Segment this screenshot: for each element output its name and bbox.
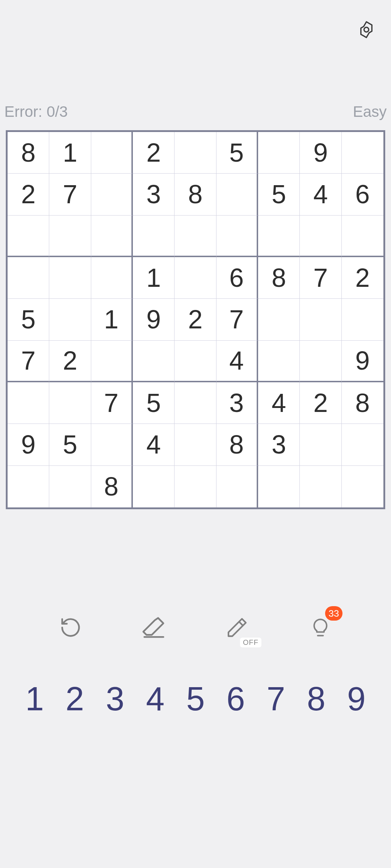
number-button-9[interactable]: 9 <box>338 680 374 718</box>
cell-2-2[interactable] <box>91 216 133 257</box>
cell-7-2[interactable] <box>91 424 133 465</box>
cell-7-1[interactable]: 5 <box>49 424 91 465</box>
cell-3-8[interactable]: 2 <box>342 257 383 299</box>
number-button-2[interactable]: 2 <box>57 680 93 718</box>
cell-3-2[interactable] <box>91 257 133 299</box>
number-button-3[interactable]: 3 <box>97 680 133 718</box>
cell-4-4[interactable]: 2 <box>175 299 216 340</box>
cell-7-8[interactable] <box>342 424 383 465</box>
settings-button[interactable] <box>357 20 376 39</box>
cell-7-5[interactable]: 8 <box>216 424 258 465</box>
cell-4-7[interactable] <box>300 299 341 340</box>
cell-0-8[interactable] <box>342 132 383 174</box>
cell-6-3[interactable]: 5 <box>133 382 175 424</box>
cell-0-3[interactable]: 2 <box>133 132 175 174</box>
cell-1-7[interactable]: 4 <box>300 174 341 215</box>
hint-button[interactable]: 33 <box>304 611 337 644</box>
undo-button[interactable] <box>54 611 87 644</box>
cell-7-4[interactable] <box>175 424 216 465</box>
cell-1-3[interactable]: 3 <box>133 174 175 215</box>
cell-6-6[interactable]: 4 <box>258 382 300 424</box>
cell-8-3[interactable] <box>133 466 175 507</box>
number-button-4[interactable]: 4 <box>137 680 173 718</box>
cell-8-6[interactable] <box>258 466 300 507</box>
cell-2-1[interactable] <box>49 216 91 257</box>
cell-8-2[interactable]: 8 <box>91 466 133 507</box>
cell-1-1[interactable]: 7 <box>49 174 91 215</box>
cell-3-4[interactable] <box>175 257 216 299</box>
pencil-button[interactable]: OFF <box>221 611 253 644</box>
cell-5-1[interactable]: 2 <box>49 341 91 382</box>
cell-3-1[interactable] <box>49 257 91 299</box>
cell-4-2[interactable]: 1 <box>91 299 133 340</box>
number-button-8[interactable]: 8 <box>298 680 334 718</box>
cell-1-0[interactable]: 2 <box>8 174 49 215</box>
cell-3-6[interactable]: 8 <box>258 257 300 299</box>
number-button-5[interactable]: 5 <box>177 680 214 718</box>
cell-6-0[interactable] <box>8 382 49 424</box>
cell-5-5[interactable]: 4 <box>216 341 258 382</box>
cell-2-7[interactable] <box>300 216 341 257</box>
cell-6-4[interactable] <box>175 382 216 424</box>
cell-4-0[interactable]: 5 <box>8 299 49 340</box>
number-button-1[interactable]: 1 <box>17 680 53 718</box>
cell-6-5[interactable]: 3 <box>216 382 258 424</box>
cell-8-1[interactable] <box>49 466 91 507</box>
cell-6-2[interactable]: 7 <box>91 382 133 424</box>
cell-1-8[interactable]: 6 <box>342 174 383 215</box>
cell-7-6[interactable]: 3 <box>258 424 300 465</box>
cell-0-0[interactable]: 8 <box>8 132 49 174</box>
number-pad: 123456789 <box>0 680 391 718</box>
cell-2-3[interactable] <box>133 216 175 257</box>
cell-6-8[interactable]: 8 <box>342 382 383 424</box>
cell-8-8[interactable] <box>342 466 383 507</box>
cell-7-7[interactable] <box>300 424 341 465</box>
cell-2-8[interactable] <box>342 216 383 257</box>
cell-1-6[interactable]: 5 <box>258 174 300 215</box>
cell-5-8[interactable]: 9 <box>342 341 383 382</box>
cell-1-5[interactable] <box>216 174 258 215</box>
cell-2-0[interactable] <box>8 216 49 257</box>
cell-4-8[interactable] <box>342 299 383 340</box>
cell-6-1[interactable] <box>49 382 91 424</box>
cell-0-6[interactable] <box>258 132 300 174</box>
cell-8-4[interactable] <box>175 466 216 507</box>
cell-6-7[interactable]: 2 <box>300 382 341 424</box>
number-button-7[interactable]: 7 <box>258 680 294 718</box>
cell-2-4[interactable] <box>175 216 216 257</box>
number-button-6[interactable]: 6 <box>218 680 254 718</box>
cell-8-7[interactable] <box>300 466 341 507</box>
cell-4-3[interactable]: 9 <box>133 299 175 340</box>
cell-5-4[interactable] <box>175 341 216 382</box>
cell-5-0[interactable]: 7 <box>8 341 49 382</box>
hint-count-badge: 33 <box>325 606 342 621</box>
error-counter: Error: 0/3 <box>4 103 68 120</box>
cell-0-4[interactable] <box>175 132 216 174</box>
cell-5-7[interactable] <box>300 341 341 382</box>
pencil-icon <box>226 616 249 639</box>
cell-3-3[interactable]: 1 <box>133 257 175 299</box>
cell-3-5[interactable]: 6 <box>216 257 258 299</box>
cell-4-5[interactable]: 7 <box>216 299 258 340</box>
cell-4-6[interactable] <box>258 299 300 340</box>
cell-7-3[interactable]: 4 <box>133 424 175 465</box>
cell-7-0[interactable]: 9 <box>8 424 49 465</box>
cell-8-0[interactable] <box>8 466 49 507</box>
cell-5-3[interactable] <box>133 341 175 382</box>
cell-3-7[interactable]: 7 <box>300 257 341 299</box>
lightbulb-icon <box>310 617 331 638</box>
cell-3-0[interactable] <box>8 257 49 299</box>
cell-5-6[interactable] <box>258 341 300 382</box>
cell-0-1[interactable]: 1 <box>49 132 91 174</box>
cell-5-2[interactable] <box>91 341 133 382</box>
erase-button[interactable] <box>138 611 170 644</box>
cell-0-5[interactable]: 5 <box>216 132 258 174</box>
cell-2-5[interactable] <box>216 216 258 257</box>
cell-4-1[interactable] <box>49 299 91 340</box>
cell-8-5[interactable] <box>216 466 258 507</box>
cell-0-7[interactable]: 9 <box>300 132 341 174</box>
cell-2-6[interactable] <box>258 216 300 257</box>
cell-0-2[interactable] <box>91 132 133 174</box>
cell-1-2[interactable] <box>91 174 133 215</box>
cell-1-4[interactable]: 8 <box>175 174 216 215</box>
